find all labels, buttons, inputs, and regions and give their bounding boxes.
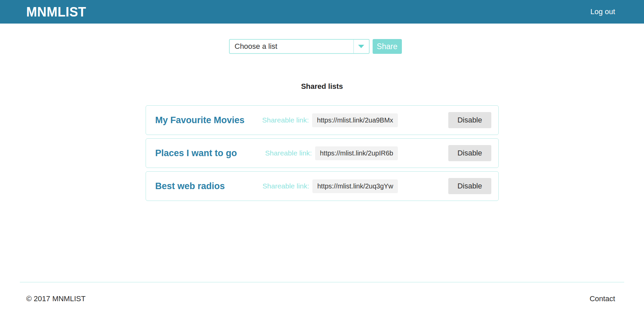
shared-lists-heading: Shared lists <box>0 82 644 91</box>
disable-button[interactable]: Disable <box>448 112 491 128</box>
shareable-link-value[interactable]: https://mlist.link/2uq3gYw <box>312 179 398 193</box>
disable-button[interactable]: Disable <box>448 145 491 161</box>
app-header: MNMLIST Log out <box>0 0 644 24</box>
chevron-down-icon <box>358 45 364 48</box>
list-name-link[interactable]: Best web radios <box>155 181 263 191</box>
copyright-text: © 2017 MNMLIST <box>26 294 85 303</box>
logout-link[interactable]: Log out <box>591 7 615 16</box>
list-name-link[interactable]: Places I want to go <box>155 148 265 158</box>
shared-lists-container: My Favourite Movies Shareable link: http… <box>146 105 499 201</box>
contact-link[interactable]: Contact <box>590 294 615 303</box>
share-form: Choose a list Share <box>0 39 637 54</box>
share-button[interactable]: Share <box>373 39 402 54</box>
shareable-link-label: Shareable link: <box>262 116 309 124</box>
shareable-link-value[interactable]: https://mlist.link/2ua9BMx <box>312 113 398 127</box>
list-select-value: Choose a list <box>230 42 277 51</box>
list-name-link[interactable]: My Favourite Movies <box>155 115 262 126</box>
page-footer: © 2017 MNMLIST Contact <box>0 282 644 317</box>
share-link-group: Shareable link: https://mlist.link/2ua9B… <box>262 113 398 127</box>
shareable-link-label: Shareable link: <box>263 182 309 190</box>
list-select[interactable]: Choose a list <box>229 39 370 54</box>
shared-list-row: My Favourite Movies Shareable link: http… <box>146 105 499 135</box>
footer-divider <box>20 282 624 282</box>
app-logo[interactable]: MNMLIST <box>26 4 86 20</box>
share-link-group: Shareable link: https://mlist.link/2uq3g… <box>263 179 398 193</box>
shareable-link-label: Shareable link: <box>265 149 312 157</box>
shareable-link-value[interactable]: https://mlist.link/2upIR6b <box>315 146 398 160</box>
disable-button[interactable]: Disable <box>448 178 491 194</box>
share-link-group: Shareable link: https://mlist.link/2upIR… <box>265 146 398 160</box>
select-caret-area <box>353 40 369 53</box>
shared-list-row: Best web radios Shareable link: https://… <box>146 171 499 201</box>
shared-list-row: Places I want to go Shareable link: http… <box>146 138 499 168</box>
